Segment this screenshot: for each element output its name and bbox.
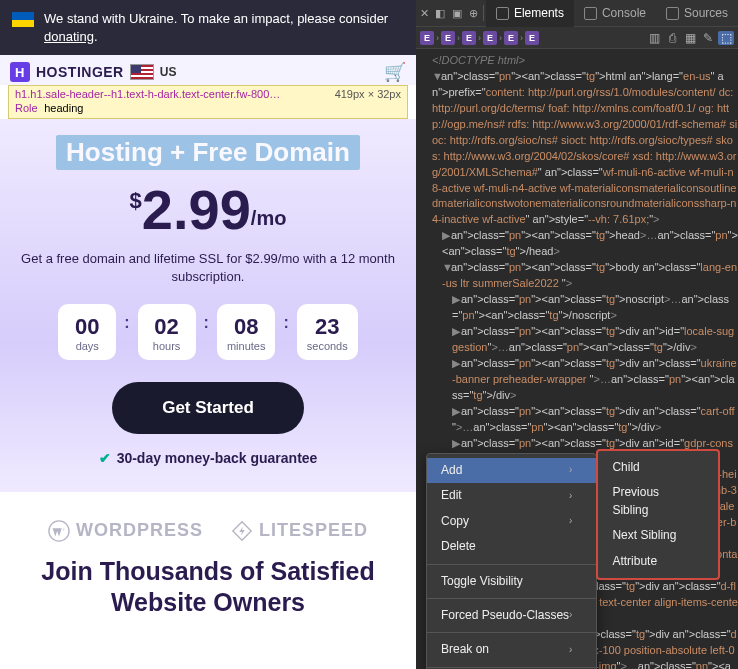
ctx-pseudo[interactable]: Forced Pseudo-Classes› bbox=[427, 603, 596, 628]
ukraine-flag-icon bbox=[12, 12, 34, 27]
ctx-break[interactable]: Break on› bbox=[427, 637, 596, 662]
guarantee-text: ✔30-day money-back guarantee bbox=[16, 450, 400, 466]
logo-mark-icon: H bbox=[10, 62, 30, 82]
tab-elements[interactable]: Elements bbox=[486, 0, 574, 27]
inspector-tooltip: h1.h1.sale-header--h1.text-h-dark.text-c… bbox=[8, 85, 408, 119]
paint-icon[interactable]: ▦ bbox=[682, 31, 698, 45]
price-sub: Get a free domain and lifetime SSL for $… bbox=[16, 250, 400, 286]
timer-hours: 02hours bbox=[138, 304, 196, 360]
price: $ 2.99 /mo bbox=[16, 182, 400, 238]
settings-icon[interactable]: ⬚ bbox=[718, 31, 734, 45]
sale-heading: Hosting + Free Domain bbox=[56, 135, 360, 170]
timer-days: 00days bbox=[58, 304, 116, 360]
context-menu[interactable]: Add› Child Previous Sibling Next Sibling… bbox=[426, 453, 597, 669]
sources-tab-icon bbox=[666, 7, 679, 20]
console-tab-icon bbox=[584, 7, 597, 20]
ctx-add-next[interactable]: Next Sibling bbox=[598, 523, 718, 548]
ctx-add-prev[interactable]: Previous Sibling bbox=[598, 480, 718, 523]
country-label[interactable]: US bbox=[160, 65, 177, 79]
ctx-add-attr[interactable]: Attribute bbox=[598, 549, 718, 574]
timer-minutes: 08minutes bbox=[217, 304, 276, 360]
litespeed-logo: LITESPEED bbox=[231, 520, 368, 542]
wordpress-icon bbox=[48, 520, 70, 542]
check-icon: ✔ bbox=[99, 450, 111, 466]
ukraine-banner: We stand with Ukraine. To make an impact… bbox=[0, 0, 416, 55]
device-icon[interactable]: ⊕ bbox=[465, 0, 481, 27]
inspect-icon[interactable]: ▣ bbox=[449, 0, 465, 27]
us-flag-icon bbox=[130, 64, 154, 80]
partner-logos: WORDPRESS LITESPEED bbox=[0, 492, 416, 552]
ctx-add-submenu[interactable]: Child Previous Sibling Next Sibling Attr… bbox=[596, 449, 720, 580]
ctx-copy[interactable]: Copy› bbox=[427, 509, 596, 534]
litespeed-icon bbox=[231, 520, 253, 542]
cart-icon[interactable]: 🛒 bbox=[384, 61, 406, 83]
brush-icon[interactable]: ✎ bbox=[700, 31, 716, 45]
donate-link[interactable]: donating bbox=[44, 29, 94, 44]
ctx-add[interactable]: Add› Child Previous Sibling Next Sibling… bbox=[427, 458, 596, 483]
banner-text: We stand with Ukraine. To make an impact… bbox=[44, 10, 404, 45]
dock-icon[interactable]: ◧ bbox=[432, 0, 448, 27]
elements-tab-icon bbox=[496, 7, 509, 20]
topbar: H HOSTINGER US 🛒 bbox=[0, 55, 416, 85]
brand-logo[interactable]: H HOSTINGER bbox=[10, 62, 124, 82]
ctx-delete[interactable]: Delete bbox=[427, 534, 596, 559]
countdown-timer: 00days : 02hours : 08minutes : 23seconds bbox=[16, 304, 400, 360]
devtools-breadcrumb[interactable]: E›E›E›E›E›E ▥ ⎙ ▦ ✎ ⬚ bbox=[416, 27, 738, 49]
layout-icon[interactable]: ▥ bbox=[646, 31, 662, 45]
tab-console[interactable]: Console bbox=[574, 0, 656, 27]
ctx-toggle[interactable]: Toggle Visibility bbox=[427, 569, 596, 594]
print-icon[interactable]: ⎙ bbox=[664, 31, 680, 45]
devtools-toolbar: ✕ ◧ ▣ ⊕ Elements Console Sources bbox=[416, 0, 738, 27]
hero-section: Hosting + Free Domain $ 2.99 /mo Get a f… bbox=[0, 119, 416, 492]
devtools-panel: ✕ ◧ ▣ ⊕ Elements Console Sources E›E›E›E… bbox=[416, 0, 738, 669]
dom-tree[interactable]: <!DOCTYPE html>▼an">class="pn"><an">clas… bbox=[416, 49, 738, 669]
wordpress-logo: WORDPRESS bbox=[48, 520, 203, 542]
satisfied-heading: Join Thousands of Satisfied Website Owne… bbox=[0, 552, 416, 635]
tab-sources[interactable]: Sources bbox=[656, 0, 738, 27]
ctx-edit[interactable]: Edit› bbox=[427, 483, 596, 508]
close-icon[interactable]: ✕ bbox=[416, 0, 432, 27]
timer-seconds: 23seconds bbox=[297, 304, 358, 360]
brand-name: HOSTINGER bbox=[36, 64, 124, 80]
rendered-page: We stand with Ukraine. To make an impact… bbox=[0, 0, 416, 669]
get-started-button[interactable]: Get Started bbox=[112, 382, 304, 434]
ctx-add-child[interactable]: Child bbox=[598, 455, 718, 480]
